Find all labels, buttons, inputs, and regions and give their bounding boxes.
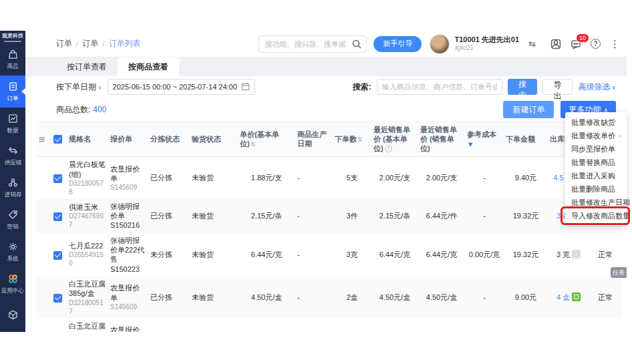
spec-name[interactable]: 白玉北豆腐385g/盒: [69, 321, 106, 332]
spec-name[interactable]: 供港玉米: [69, 202, 106, 212]
user-info[interactable]: T10001 先进先出01 xjxc01: [454, 35, 519, 51]
sort-status: 已分拣: [148, 199, 190, 233]
main-area: 订单 / 订单 / 订单列表 新手引导 T10001 先进先出01 xjxc01…: [25, 31, 627, 332]
recent-base-price: 6.44元/克: [371, 233, 418, 277]
breadcrumb-separator: /: [76, 39, 78, 49]
search-button[interactable]: 搜索: [508, 79, 537, 95]
menu-item[interactable]: 批量修改缺货: [565, 116, 627, 129]
date-range-picker[interactable]: 2025-06-15 00:00 ~ 2025-07-14 24:00: [108, 79, 255, 95]
prod-date: -: [295, 157, 333, 199]
app-window: 观麦科技 商品 订单 数据 供应链 进销存 营销 系统 应用中心 订单: [0, 31, 627, 332]
row-checkbox[interactable]: [53, 251, 62, 260]
spec-name[interactable]: 七月瓜222: [69, 241, 106, 250]
col-order-qty[interactable]: 下单数⇅: [333, 122, 371, 157]
inspect-status: 未验货: [190, 157, 238, 199]
outbound-edit-icon[interactable]: [572, 250, 581, 258]
recent-base-price: 4.50元/盒: [371, 277, 418, 319]
menu-item[interactable]: 同步至报价单: [565, 142, 627, 156]
guide-button[interactable]: 新手引导: [373, 36, 422, 52]
search-icon[interactable]: [351, 39, 362, 49]
sort-status: 已分拣: [148, 319, 190, 332]
date-range-value: 2025-06-15 00:00 ~ 2025-07-14 24:00: [113, 83, 237, 91]
menu-item-label: 导入修改商品数量: [571, 211, 630, 221]
outbound-qty[interactable]: 4 盒: [557, 293, 570, 301]
row-checkbox[interactable]: [53, 294, 62, 303]
menu-item[interactable]: 批量删除商品: [565, 182, 627, 196]
help-circle-icon[interactable]: ?: [385, 145, 392, 152]
breadcrumb-level2[interactable]: 订单: [82, 38, 98, 49]
quote-name[interactable]: 张德明报价单S150216: [110, 202, 146, 230]
advanced-filter-link[interactable]: 高级筛选∨: [578, 81, 616, 93]
ref-cost: -: [465, 199, 504, 233]
global-search-input[interactable]: [265, 40, 351, 48]
filter-search-input[interactable]: [377, 79, 502, 95]
quote-name[interactable]: 农垦报价单: [110, 325, 146, 332]
spec-name[interactable]: 晨光白板笔(细): [69, 160, 106, 179]
switch-account-icon[interactable]: ⇆: [528, 39, 536, 49]
sidebar-item-goods[interactable]: 商品: [0, 43, 25, 75]
messages-icon[interactable]: 10: [571, 39, 581, 49]
sort-icon[interactable]: ⇅: [251, 141, 256, 148]
outbound-edit-icon[interactable]: [572, 293, 581, 301]
column-config-icon[interactable]: ≡: [39, 134, 46, 144]
avatar[interactable]: [430, 34, 450, 54]
row-status: 正常: [589, 319, 621, 332]
sidebar-item-cube[interactable]: [0, 300, 25, 332]
sidebar-item-label: 营销: [7, 222, 18, 230]
select-all-checkbox[interactable]: [53, 135, 62, 144]
sidebar-item-apps[interactable]: 应用中心: [0, 268, 25, 300]
menu-item[interactable]: 批量修改生产日期: [565, 196, 627, 209]
spec-name[interactable]: 白玉北豆腐385g/盒: [69, 279, 106, 299]
breadcrumb: 订单 / 订单 / 订单列表: [56, 38, 141, 49]
global-search-box[interactable]: [259, 35, 367, 53]
support-icon[interactable]: [550, 39, 561, 49]
recent-sale-price: 6.44元/件: [418, 199, 465, 233]
sidebar-item-label: 系统: [7, 254, 18, 262]
col-sort-status: 分拣状态: [148, 122, 190, 157]
sidebar-item-order[interactable]: 订单: [0, 75, 25, 108]
tab-by-order[interactable]: 按订单查看: [56, 57, 118, 76]
sidebar-item-label: 供应链: [4, 158, 21, 166]
chevron-down-icon: ∨: [611, 84, 616, 91]
row-checkbox[interactable]: [53, 174, 62, 183]
sidebar-item-inventory[interactable]: 进销存: [0, 172, 25, 204]
more-menu-icon[interactable]: ⋮: [610, 38, 620, 50]
quote-name[interactable]: 农垦报价单: [110, 283, 146, 303]
sidebar-item-label: 进销存: [4, 190, 21, 198]
filter-dropdown-icon[interactable]: ▼: [468, 142, 472, 148]
view-tabs: 按订单查看 按商品查看: [25, 57, 627, 76]
sidebar-item-label: 应用中心: [1, 287, 24, 295]
ref-cost: -: [465, 319, 504, 332]
export-button[interactable]: 导出: [542, 79, 573, 95]
table-row: 白玉北豆腐385g/盒 D321800517 农垦报价单 S145609 已分拣…: [36, 319, 621, 332]
help-icon[interactable]: ?: [591, 39, 601, 49]
sidebar-item-marketing[interactable]: 营销: [0, 204, 25, 236]
menu-item[interactable]: 批量修改单价 ›: [565, 129, 627, 142]
col-ref-cost[interactable]: 参考成本▼: [465, 122, 504, 157]
sort-status: 已分拣: [148, 277, 190, 319]
breadcrumb-current: 订单列表: [109, 38, 141, 49]
task-tab[interactable]: 任务: [611, 267, 627, 278]
quote-code: S145609: [110, 183, 146, 192]
tab-by-goods[interactable]: 按商品查看: [118, 57, 179, 76]
row-checkbox[interactable]: [53, 212, 62, 221]
menu-item[interactable]: 导入修改商品数量: [565, 209, 627, 222]
menu-item[interactable]: 批量替换商品: [565, 156, 627, 169]
new-order-button[interactable]: 新建订单: [503, 101, 554, 118]
outbound-qty[interactable]: 3 克: [557, 250, 570, 258]
sidebar-item-data[interactable]: 数据: [0, 108, 25, 140]
prod-date: -: [295, 199, 333, 233]
sidebar-item-supply[interactable]: 供应链: [0, 140, 25, 172]
col-unit-price[interactable]: 单价(基本单位)⇅: [238, 122, 295, 157]
unit-price: 1.88元/支: [238, 157, 295, 199]
breadcrumb-level1[interactable]: 订单: [56, 38, 72, 49]
quote-name[interactable]: 农垦报价单: [110, 164, 146, 184]
table-row: 晨光白板笔(细) D321800578 农垦报价单 S145609 已分拣 未验…: [36, 157, 621, 199]
sidebar-item-system[interactable]: 系统: [0, 236, 25, 268]
spec-code: D321800578: [69, 179, 106, 196]
quote-name[interactable]: 张德明报价单222代售S150223: [110, 236, 146, 274]
spec-code: D265549150: [69, 250, 106, 268]
sort-icon[interactable]: ⇅: [357, 136, 363, 143]
menu-item[interactable]: 批量进入采购: [565, 169, 627, 182]
date-type-select[interactable]: 按下单日期∨: [56, 81, 102, 93]
